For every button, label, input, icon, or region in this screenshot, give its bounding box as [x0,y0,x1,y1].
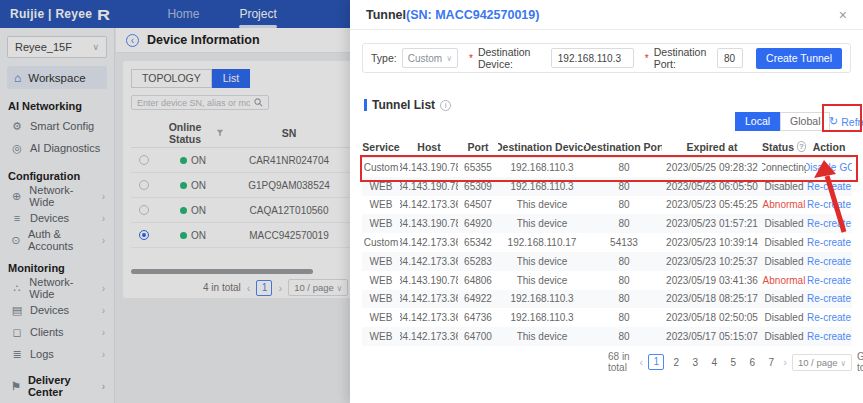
tunnel-list-title: Tunnel List [372,98,435,112]
cell-service: WEB [362,199,400,210]
destination-device-input[interactable]: 192.168.110.3 [551,48,634,68]
cell-status: Abnormal [762,199,806,210]
cell-destination-device: 192.168.110.3 [498,293,586,304]
column-label: Expired at [687,141,738,153]
page-number-2[interactable]: 2 [669,357,683,368]
re-create-link[interactable]: Re-create [807,331,851,342]
re-create-link[interactable]: Re-create [807,293,851,304]
page-number-3[interactable]: 3 [688,357,702,368]
column-label: Destination Device [498,141,586,153]
cell-expired-at: 2023/05/18 02:50:05 [662,312,762,323]
cell-action: Re-create [806,331,852,342]
refresh-button[interactable]: ↻ Refresh [829,115,863,128]
required-asterisk: * [645,53,649,64]
column-expired-at: Expired at [662,141,762,153]
tunnel-table: ServiceHostPortDestination DeviceDestina… [362,136,852,346]
cell-host: 34.142.173.36 [400,293,458,304]
cell-action: Re-create [806,312,852,323]
page-number-1[interactable]: 1 [648,354,664,370]
destination-port-label: Destination Port: [654,46,712,70]
disable-link[interactable]: Disable [806,162,836,173]
cell-destination-port: 80 [586,199,662,210]
destination-port-input[interactable]: 80 [717,48,743,68]
page-number-5[interactable]: 5 [726,357,740,368]
chevron-down-icon: ∨ [446,54,452,63]
cell-port: 64736 [458,312,498,323]
cell-host: 34.142.173.36 [400,331,458,342]
cell-port: 64806 [458,275,498,286]
tunnel-table-row: WEB34.143.190.7864920This device802023/0… [362,214,852,233]
required-asterisk: * [469,53,473,64]
next-page-icon[interactable]: › [783,356,787,368]
tunnel-table-row: WEB34.142.173.3664922192.168.110.3802023… [362,290,852,309]
cell-host: 34.143.190.78 [400,275,458,286]
cell-service: WEB [362,331,400,342]
cell-action: Re-create [806,181,852,192]
page-number-7[interactable]: 7 [764,357,778,368]
scope-toggle-group: LocalGlobal [735,112,830,131]
cell-action: Re-create [806,275,852,286]
tunnel-table-row: WEB34.143.190.7864806This device802023/0… [362,271,852,290]
info-icon[interactable]: i [440,100,451,111]
re-create-link[interactable]: Re-create [807,199,851,210]
cell-service: WEB [362,256,400,267]
cell-expired-at: 2023/05/23 05:45:25 [662,199,762,210]
cell-destination-port: 80 [586,275,662,286]
cell-status: Abnormal [762,275,806,286]
cell-expired-at: 2023/05/23 01:57:21 [662,218,762,229]
re-create-link[interactable]: Re-create [807,275,851,286]
cell-destination-port: 80 [586,293,662,304]
cell-destination-device: 192.168.110.17 [498,237,586,248]
cell-host: 34.143.190.78 [400,162,458,173]
cell-host: 34.143.190.78 [400,218,458,229]
page-size-select[interactable]: 10 / page ∨ [792,354,852,371]
re-create-link[interactable]: Re-create [807,256,851,267]
modal-dim-overlay [0,0,350,403]
cell-service: WEB [362,275,400,286]
cell-destination-port: 80 [586,256,662,267]
go-link[interactable]: GO [839,162,852,173]
cell-service: WEB [362,218,400,229]
re-create-link[interactable]: Re-create [807,218,851,229]
tunnel-table-row: WEB34.142.173.3664507This device802023/0… [362,196,852,215]
cell-host: 34.142.173.36 [400,199,458,210]
cell-status: Disabled [762,256,806,267]
cell-port: 65355 [458,162,498,173]
cell-host: 34.142.173.36 [400,256,458,267]
column-label: Action [813,141,846,153]
re-create-link[interactable]: Re-create [807,181,851,192]
cell-host: 34.143.190.78 [400,181,458,192]
column-port: Port [458,141,498,153]
close-icon[interactable]: × [839,8,847,22]
drawer-header: Tunnel(SN: MACC942570019) × [350,0,863,30]
re-create-link[interactable]: Re-create [807,237,851,248]
cell-destination-device: 192.168.110.3 [498,312,586,323]
cell-expired-at: 2023/05/18 08:25:17 [662,293,762,304]
cell-port: 64920 [458,218,498,229]
cell-service: Custom [362,237,400,248]
cell-action: Re-create [806,218,852,229]
page-number-4[interactable]: 4 [707,357,721,368]
cell-destination-port: 80 [586,312,662,323]
cell-action: Re-create [806,293,852,304]
goto-label: Go to [857,351,863,373]
type-select[interactable]: Custom ∨ [402,48,458,68]
cell-action: Re-create [806,256,852,267]
prev-page-icon[interactable]: ‹ [640,356,644,368]
cell-destination-device: This device [498,331,586,342]
page-number-6[interactable]: 6 [745,357,759,368]
cell-destination-device: 192.168.110.3 [498,181,586,192]
toggle-global[interactable]: Global [780,112,830,131]
help-icon[interactable]: ? [797,141,806,152]
refresh-label: Refresh [841,116,863,128]
tunnel-table-row: WEB34.142.173.3664700This device802023/0… [362,327,852,346]
app-screen: Ruijie | Reyee R HomeProject Reyee_15F ∨… [0,0,863,403]
cell-service: WEB [362,181,400,192]
refresh-icon: ↻ [829,115,838,128]
destination-device-label: Destination Device: [478,46,546,70]
cell-port: 65309 [458,181,498,192]
create-tunnel-button[interactable]: Create Tunnel [756,48,842,69]
cell-action: Re-create [806,237,852,248]
re-create-link[interactable]: Re-create [807,312,851,323]
toggle-local[interactable]: Local [735,112,780,131]
